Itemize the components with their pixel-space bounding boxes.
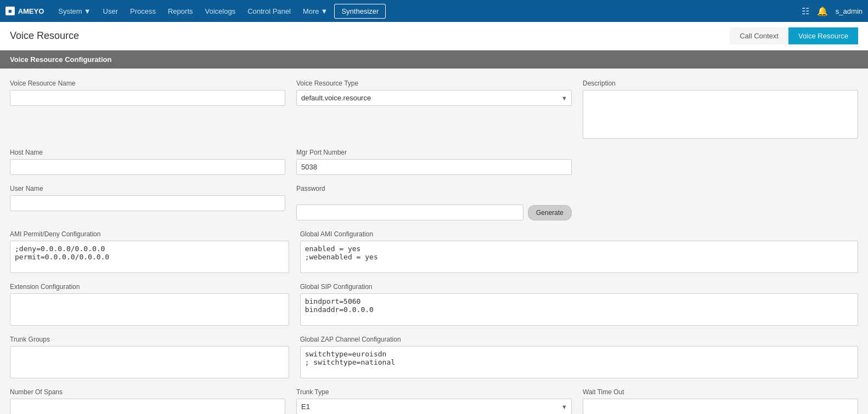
global-sip-textarea[interactable]: bindport=5060 bindaddr=0.0.0.0 (300, 293, 858, 326)
wait-time-out-label: Wait Time Out (583, 388, 858, 396)
ami-permit-deny-group: AMI Permit/Deny Configuration ;deny=0.0.… (10, 230, 289, 273)
grid-icon[interactable]: ☷ (802, 6, 809, 16)
mgr-port-label: Mgr Port Number (296, 149, 572, 156)
voice-resource-button[interactable]: Voice Resource (788, 27, 858, 44)
ami-permit-deny-textarea[interactable]: ;deny=0.0.0.0/0.0.0.0 permit=0.0.0.0/0.0… (10, 241, 289, 273)
bell-icon[interactable]: 🔔 (817, 6, 828, 16)
logo-icon: ■ (5, 7, 15, 15)
navbar-right: ☷ 🔔 s_admin (802, 6, 863, 16)
user-menu[interactable]: s_admin (836, 7, 863, 15)
logo-text: AMEYO (18, 7, 44, 15)
number-of-spans-group: Number Of Spans (10, 388, 285, 414)
form-row-4: AMI Permit/Deny Configuration ;deny=0.0.… (10, 230, 858, 273)
header-actions: Call Context Voice Resource (730, 27, 858, 44)
voice-resource-name-input[interactable] (10, 90, 285, 106)
extension-config-label: Extension Configuration (10, 283, 289, 291)
global-ami-label: Global AMI Configuration (300, 230, 858, 238)
description-group: Description (583, 80, 858, 139)
form-row-2: Host Name Mgr Port Number (10, 149, 858, 175)
nav-item-controlpanel[interactable]: Control Panel (242, 4, 296, 19)
form-row-5: Extension Configuration Global SIP Confi… (10, 283, 858, 326)
number-of-spans-input[interactable] (10, 399, 285, 414)
mgr-port-input[interactable] (296, 159, 572, 175)
global-ami-textarea[interactable]: enabled = yes ;webenabled = yes (300, 241, 858, 273)
password-group: Password Generate (296, 185, 572, 220)
ami-permit-deny-label: AMI Permit/Deny Configuration (10, 230, 289, 238)
voice-resource-name-label: Voice Resource Name (10, 80, 285, 87)
logo[interactable]: ■ AMEYO (5, 7, 44, 15)
trunk-type-label: Trunk Type (296, 388, 572, 396)
trunk-type-group: Trunk Type E1 T1 ▼ (296, 388, 572, 414)
call-context-button[interactable]: Call Context (730, 27, 788, 44)
wait-time-out-input[interactable] (583, 399, 858, 414)
nav-item-more[interactable]: More ▼ (297, 4, 334, 19)
nav-items: System ▼ User Process Reports Voicelogs … (53, 4, 802, 19)
nav-item-reports[interactable]: Reports (162, 4, 199, 19)
chevron-down-icon-more: ▼ (321, 7, 328, 15)
global-zap-textarea[interactable]: switchtype=euroisdn ; switchtype=nationa… (300, 346, 858, 378)
form-row-7: Number Of Spans Trunk Type E1 T1 ▼ Wait … (10, 388, 858, 414)
password-row: Generate (296, 195, 572, 220)
nav-item-system[interactable]: System ▼ (53, 4, 96, 19)
navbar: ■ AMEYO System ▼ User Process Reports Vo… (0, 0, 868, 22)
extension-config-group: Extension Configuration (10, 283, 289, 326)
trunk-groups-label: Trunk Groups (10, 336, 289, 343)
user-name-group: User Name (10, 185, 285, 211)
global-ami-group: Global AMI Configuration enabled = yes ;… (300, 230, 858, 273)
page-title: Voice Resource (10, 30, 79, 42)
nav-item-voicelogs[interactable]: Voicelogs (200, 4, 241, 19)
host-name-input[interactable] (10, 159, 285, 175)
password-label: Password (296, 185, 572, 192)
section-header: Voice Resource Configuration (0, 50, 868, 69)
global-sip-group: Global SIP Configuration bindport=5060 b… (300, 283, 858, 326)
user-name-label: User Name (10, 185, 285, 192)
global-sip-label: Global SIP Configuration (300, 283, 858, 291)
global-zap-group: Global ZAP Channel Configuration switcht… (300, 336, 858, 378)
trunk-groups-textarea[interactable] (10, 346, 289, 378)
description-textarea[interactable] (583, 90, 858, 139)
wait-time-out-group: Wait Time Out (583, 388, 858, 414)
nav-item-synthesizer[interactable]: Synthesizer (334, 4, 386, 19)
form-area: Voice Resource Name Voice Resource Type … (0, 69, 868, 414)
description-label: Description (583, 80, 858, 87)
form-row-6: Trunk Groups Global ZAP Channel Configur… (10, 336, 858, 378)
trunk-groups-group: Trunk Groups (10, 336, 289, 378)
host-name-group: Host Name (10, 149, 285, 175)
global-zap-label: Global ZAP Channel Configuration (300, 336, 858, 343)
form-row-3: User Name Password Generate (10, 185, 858, 220)
extension-config-textarea[interactable] (10, 293, 289, 326)
nav-item-user[interactable]: User (98, 4, 123, 19)
number-of-spans-label: Number Of Spans (10, 388, 285, 396)
voice-resource-type-select-wrapper: default.voice.resource ▼ (296, 90, 572, 106)
password-input[interactable] (296, 205, 523, 220)
nav-item-process[interactable]: Process (125, 4, 161, 19)
voice-resource-name-group: Voice Resource Name (10, 80, 285, 106)
voice-resource-type-group: Voice Resource Type default.voice.resour… (296, 80, 572, 106)
page-header: Voice Resource Call Context Voice Resour… (0, 22, 868, 50)
voice-resource-type-label: Voice Resource Type (296, 80, 572, 87)
generate-button[interactable]: Generate (528, 205, 572, 220)
form-row-1: Voice Resource Name Voice Resource Type … (10, 80, 858, 139)
trunk-type-select-wrapper: E1 T1 ▼ (296, 399, 572, 414)
voice-resource-type-select[interactable]: default.voice.resource (296, 90, 572, 106)
trunk-type-select[interactable]: E1 T1 (296, 399, 572, 414)
chevron-down-icon: ▼ (84, 7, 91, 15)
user-name-input[interactable] (10, 195, 285, 211)
mgr-port-group: Mgr Port Number (296, 149, 572, 175)
host-name-label: Host Name (10, 149, 285, 156)
